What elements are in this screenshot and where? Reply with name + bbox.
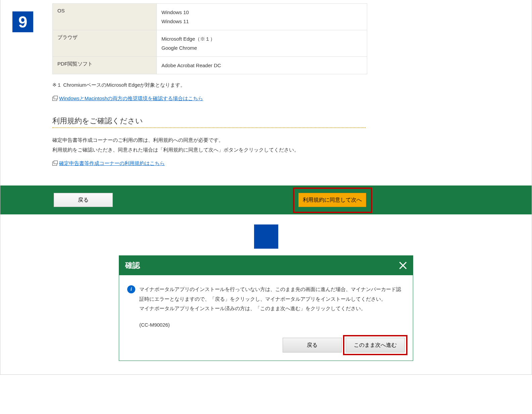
env-link-row: WindowsとMacintoshの両方の推奨環境を確認する場合はこちら xyxy=(52,95,366,102)
terms-link[interactable]: 確定申告書等作成コーナーの利用規約はこちら xyxy=(59,160,165,167)
modal-code: (CC-M90026) xyxy=(139,320,405,330)
content-area: OS Windows 10 Windows 11 ブラウザ Microsoft … xyxy=(0,0,532,167)
table-value-browser: Microsoft Edge（※１） Google Chrome xyxy=(157,30,367,57)
footnote-1: ※１ ChromiumベースのMicrosoft Edgeが対象となります。 xyxy=(52,80,366,89)
modal-back-button[interactable]: 戻る xyxy=(283,338,342,353)
back-button[interactable]: 戻る xyxy=(54,193,113,207)
modal-title: 確認 xyxy=(125,260,140,271)
info-icon: i xyxy=(127,285,135,293)
terms-paragraph-1: 確定申告書等作成コーナーのご利用の際は、利用規約への同意が必要です。 xyxy=(52,135,366,144)
close-icon[interactable] xyxy=(399,261,407,270)
connector-block xyxy=(254,224,278,249)
table-row: PDF閲覧ソフト Adobe Acrobat Reader DC xyxy=(53,57,367,74)
terms-section-title: 利用規約をご確認ください xyxy=(52,116,366,126)
modal-proceed-button[interactable]: このまま次へ進む xyxy=(346,338,405,353)
modal-text: マイナポータルアプリのインストールを行っていない方は、このまま先の画面に進んだ場… xyxy=(139,285,405,330)
table-row: ブラウザ Microsoft Edge（※１） Google Chrome xyxy=(53,30,367,57)
action-bar: 戻る 利用規約に同意して次へ xyxy=(0,185,532,214)
terms-link-row: 確定申告書等作成コーナーの利用規約はこちら xyxy=(52,160,366,167)
modal-paragraph-1: マイナポータルアプリのインストールを行っていない方は、このまま先の画面に進んだ場… xyxy=(139,285,405,304)
confirm-modal: 確認 i マイナポータルアプリのインストールを行っていない方は、このまま先の画面… xyxy=(119,255,413,361)
table-value-os: Windows 10 Windows 11 xyxy=(157,4,367,30)
table-label-os: OS xyxy=(53,4,157,30)
terms-paragraph-2: 利用規約をご確認いただき、同意された場合は「利用規約に同意して次へ」ボタンをクリ… xyxy=(52,145,366,154)
new-window-icon xyxy=(52,162,57,166)
new-window-icon xyxy=(52,97,57,101)
step-number-badge: 9 xyxy=(12,11,33,32)
modal-footer: 戻る このまま次へ進む xyxy=(119,338,413,361)
table-value-pdf: Adobe Acrobat Reader DC xyxy=(157,57,367,74)
table-row: OS Windows 10 Windows 11 xyxy=(53,4,367,30)
environment-table: OS Windows 10 Windows 11 ブラウザ Microsoft … xyxy=(52,3,367,74)
modal-paragraph-2: マイナポータルアプリをインストール済みの方は、「このまま次へ進む」をクリックして… xyxy=(139,304,405,314)
agree-next-button[interactable]: 利用規約に同意して次へ xyxy=(298,193,366,207)
terms-section-body: 確定申告書等作成コーナーのご利用の際は、利用規約への同意が必要です。 利用規約を… xyxy=(52,135,366,167)
table-label-pdf: PDF閲覧ソフト xyxy=(53,57,157,74)
env-check-link[interactable]: WindowsとMacintoshの両方の推奨環境を確認する場合はこちら xyxy=(59,95,203,102)
modal-header: 確認 xyxy=(119,256,413,275)
modal-body: i マイナポータルアプリのインストールを行っていない方は、このまま先の画面に進ん… xyxy=(119,275,413,338)
section-divider xyxy=(52,127,366,128)
table-label-browser: ブラウザ xyxy=(53,30,157,57)
